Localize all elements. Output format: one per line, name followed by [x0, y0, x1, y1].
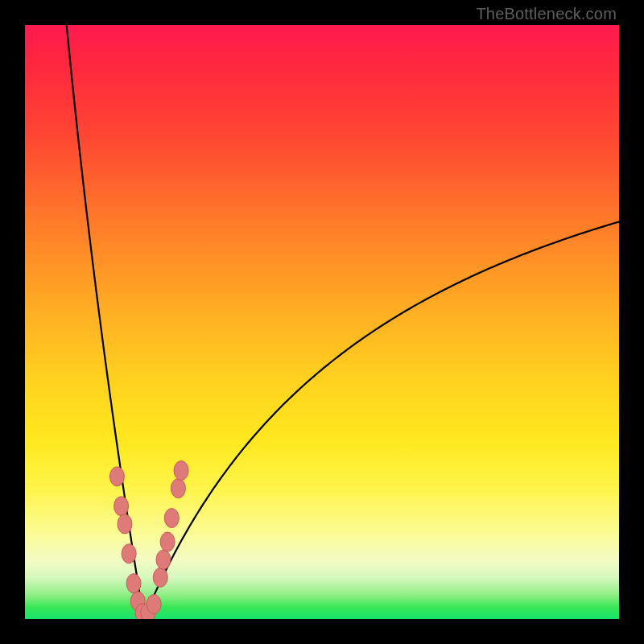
curve-marker [118, 514, 132, 534]
curve-marker [156, 550, 171, 569]
chart-svg [25, 25, 619, 619]
curve-marker [171, 479, 185, 498]
curve-marker [174, 461, 188, 481]
bottleneck-curve [67, 25, 619, 619]
chart-frame: TheBottleneck.com [0, 0, 644, 644]
curve-marker [126, 574, 141, 593]
curve-marker [147, 595, 161, 614]
curve-marker [153, 568, 167, 587]
curve-marker [122, 544, 136, 564]
curve-marker [160, 532, 175, 551]
attribution-text: TheBottleneck.com [476, 5, 617, 23]
plot-area [25, 25, 619, 619]
curve-marker [109, 467, 124, 486]
marker-group [109, 461, 188, 620]
curve-marker [114, 497, 129, 516]
curve-marker [164, 509, 179, 528]
